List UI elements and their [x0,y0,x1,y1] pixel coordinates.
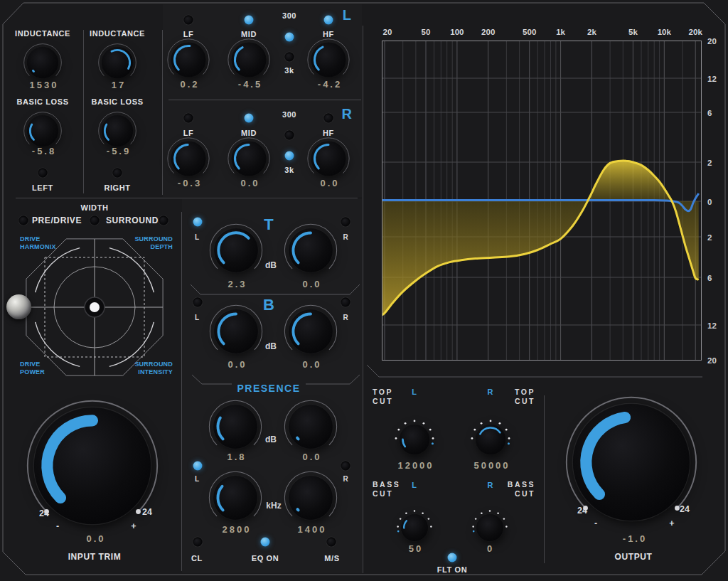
presence-khz-left-knob[interactable] [208,470,263,526]
eq-l-mid-led[interactable] [245,16,254,25]
bass-cut-r-channel: R [488,481,494,489]
eq-l-hf-knob[interactable] [306,38,350,82]
eq-r-channel-label: R [342,106,353,122]
width-pad[interactable] [16,231,173,384]
b-section-title: B [263,296,274,314]
plugin-window: INDUCTANCE INDUCTANCE 1530 17 BASIC LOSS… [0,0,728,581]
svg-text:500: 500 [523,28,536,36]
width-led-1[interactable] [19,216,28,225]
svg-text:100: 100 [450,28,464,36]
b-left-knob[interactable] [208,304,264,359]
svg-text:10k: 10k [658,28,672,36]
ms-led[interactable] [327,538,336,547]
width-led-2[interactable] [90,216,100,225]
input-plus-sign: + [131,521,136,531]
channel-right-led[interactable] [113,169,122,178]
top-cut-right-value: 50000 [473,460,510,471]
eq-on-led[interactable] [261,538,270,547]
eq-l-lf-knob[interactable] [166,38,210,82]
svg-text:0: 0 [707,198,712,206]
eq-r-lf-led[interactable] [184,114,193,123]
input-trim-value: 0.0 [86,533,105,544]
input-min-label: 24 [39,508,49,518]
eq-r-hf-value: 0.0 [320,178,339,188]
output-value: -1.0 [623,533,647,544]
bass-cut-left-knob[interactable] [396,509,433,546]
svg-text:6: 6 [707,109,712,117]
divider-eq-lr [168,100,361,100]
width-led-3[interactable] [159,216,168,225]
eq-l-mid-knob[interactable] [227,38,271,82]
frequency-response-graph: 20501002005001k2k5k10k20k2012620261220 [365,0,728,388]
channel-left-led[interactable] [38,169,48,178]
divider-right-column [162,30,163,195]
flt-on-led[interactable] [448,553,457,563]
inductance-right-value: 17 [112,80,126,90]
t-right-value: 0.0 [302,279,321,289]
top-cut-left-label: TOPCUT [373,388,393,406]
svg-text:20k: 20k [689,28,703,36]
top-cut-right-knob[interactable] [470,419,511,460]
basic-loss-right-label: BASIC LOSS [91,97,143,106]
eq-l-hf-led[interactable] [324,16,333,25]
t-right-knob[interactable] [283,223,338,278]
ms-label: M/S [324,554,339,563]
divider-filter-output [544,395,545,563]
eq-r-mid-led[interactable] [245,114,254,123]
presence-db-unit: dB [265,435,277,444]
output-min-label: 24 [577,506,587,516]
svg-text:2k: 2k [587,28,596,36]
eq-l-hf-value: -4.2 [318,79,342,90]
svg-text:5k: 5k [628,28,638,36]
svg-text:2: 2 [707,233,712,242]
eq-r-hf-knob[interactable] [306,137,350,181]
presence-left-led[interactable] [193,462,203,471]
svg-text:20: 20 [707,37,717,46]
eq-r-lf-knob[interactable] [166,137,210,181]
presence-khz-right-knob[interactable] [283,470,338,526]
bass-cut-left-value: 50 [409,543,423,554]
presence-db-left-knob[interactable] [208,399,263,454]
eq-r-300-led[interactable] [285,131,294,140]
eq-l-3k-led[interactable] [285,53,294,62]
b-right-led[interactable] [341,298,350,307]
b-left-led[interactable] [193,298,203,307]
input-trim-label: INPUT TRIM [68,552,122,562]
t-left-led[interactable] [193,218,203,227]
presence-db-right-knob[interactable] [283,399,338,454]
inductance-left-value: 1530 [30,80,59,90]
top-cut-left-knob[interactable] [394,419,435,460]
presence-right-led[interactable] [341,462,350,471]
width-pad-ball[interactable] [6,294,31,319]
top-cut-l-channel: L [412,388,417,396]
output-minus-sign: - [594,518,597,528]
eq-l-lf-led[interactable] [184,16,193,25]
svg-text:1k: 1k [556,28,565,36]
output-max-label: 24 [680,504,690,514]
eq-r-mid-knob[interactable] [227,137,271,181]
input-max-label: 24 [142,507,152,517]
bass-cut-right-knob[interactable] [471,509,508,546]
t-right-led[interactable] [341,218,350,227]
presence-khz-unit: kHz [266,501,281,511]
eq-r-hf-led[interactable] [324,114,333,123]
eq-l-300-led[interactable] [285,33,294,42]
inductance-left-knob[interactable] [23,43,63,82]
b-right-value: 0.0 [302,359,321,370]
inductance-right-knob[interactable] [97,43,137,82]
presence-right-label: R [343,475,348,483]
basic-loss-left-value: -5.8 [32,146,56,156]
svg-text:12: 12 [707,75,717,83]
basic-loss-right-value: -5.9 [107,146,131,156]
t-left-knob[interactable] [208,223,264,278]
bass-cut-left-label: BASSCUT [373,480,400,499]
eq-l-lf-value: 0.2 [180,79,199,90]
svg-text:20: 20 [707,356,717,365]
b-right-knob[interactable] [283,304,338,359]
svg-text:200: 200 [481,28,495,36]
svg-text:50: 50 [422,28,431,36]
cl-led[interactable] [193,538,203,547]
eq-r-3k-led[interactable] [285,151,294,161]
presence-left-label: L [195,475,199,483]
bass-cut-l-channel: L [412,481,417,489]
